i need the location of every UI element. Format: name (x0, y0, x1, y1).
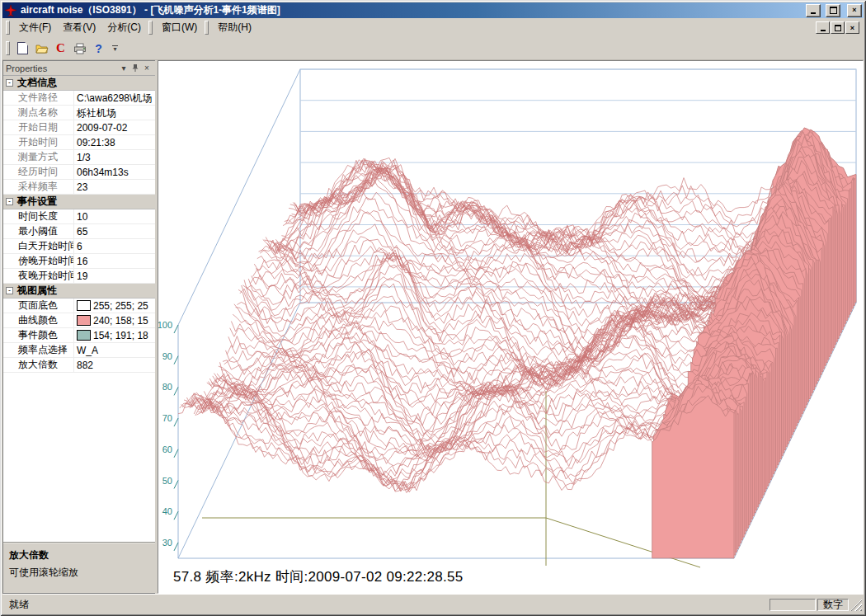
svg-text:100: 100 (158, 320, 172, 330)
new-document-button[interactable] (13, 40, 32, 58)
menu-grip[interactable] (6, 21, 10, 35)
menu-grip[interactable] (148, 21, 153, 35)
property-label: 测量方式 (3, 150, 74, 164)
property-row[interactable]: 测点名称栎社机场 (3, 106, 155, 120)
property-value-text: 1/3 (77, 151, 91, 164)
property-row[interactable]: 页面底色255; 255; 25 (3, 299, 155, 313)
child-minimize-button[interactable] (816, 21, 830, 34)
open-file-button[interactable] (32, 40, 51, 58)
property-description: 放大倍数 可使用滚轮缩放 (3, 542, 155, 593)
property-value[interactable]: 09:21:38 (74, 135, 155, 149)
property-value-text: 16 (77, 255, 87, 268)
print-button[interactable] (70, 40, 89, 58)
svg-text:30: 30 (162, 538, 172, 548)
property-row[interactable]: 白天开始时间6 (3, 239, 155, 254)
new-document-icon (17, 42, 28, 54)
property-row[interactable]: 曲线颜色240; 158; 15 (3, 313, 155, 328)
property-value[interactable]: 06h34m13s (74, 165, 155, 179)
restore-button[interactable] (826, 4, 840, 17)
category-row[interactable]: -文档信息 (3, 76, 155, 91)
spectrum-3d-chart[interactable]: 10090807060504030 (158, 61, 864, 594)
property-row[interactable]: 频率点选择W_A (3, 343, 155, 358)
minimize-button[interactable] (806, 4, 821, 17)
category-label: 视图属性 (17, 284, 57, 298)
property-row[interactable]: 经历时间06h34m13s (3, 165, 155, 180)
num-indicator: 数字 (823, 598, 843, 612)
restore-icon (830, 7, 837, 14)
toolbar-grip[interactable] (6, 41, 10, 55)
collapse-icon[interactable]: - (6, 287, 13, 294)
property-value[interactable]: 16 (74, 254, 155, 268)
panel-close-button[interactable]: × (141, 63, 153, 73)
category-row[interactable]: -视图属性 (3, 284, 155, 299)
property-row[interactable]: 开始日期2009-07-02 (3, 120, 155, 135)
property-value[interactable]: 6 (74, 239, 155, 253)
panel-pin-button[interactable] (129, 63, 141, 73)
menu-analyze[interactable]: 分析(C) (101, 18, 147, 37)
child-restore-button[interactable] (831, 21, 845, 34)
property-label: 开始日期 (3, 120, 74, 134)
menu-grip[interactable] (205, 21, 209, 35)
status-pane-num: 数字 (817, 599, 849, 611)
c-tool-icon: C (56, 41, 65, 55)
property-label: 经历时间 (3, 165, 74, 179)
property-value[interactable]: C:\awa6298\机场 (74, 91, 155, 105)
cursor-readout: 57.8 频率:2kHz 时间:2009-07-02 09:22:28.55 (173, 567, 464, 586)
status-pane-empty (770, 599, 816, 611)
property-label: 开始时间 (3, 135, 74, 149)
property-value[interactable]: 2009-07-02 (74, 120, 155, 134)
property-value-text: C:\awa6298\机场 (77, 92, 152, 105)
svg-text:60: 60 (162, 444, 172, 454)
property-row[interactable]: 最小阈值65 (3, 224, 155, 239)
menu-window[interactable]: 窗口(W) (156, 18, 203, 37)
spectrum-chart-area: 10090807060504030 57.8 频率:2kHz 时间:2009-0… (158, 60, 864, 594)
color-swatch (77, 300, 91, 311)
property-row[interactable]: 时间长度10 (3, 209, 155, 224)
property-row[interactable]: 文件路径C:\awa6298\机场 (3, 91, 155, 106)
property-label: 放大倍数 (3, 358, 74, 372)
property-row[interactable]: 测量方式1/3 (3, 150, 155, 165)
resize-grip[interactable] (850, 599, 862, 611)
menu-file[interactable]: 文件(F) (13, 18, 57, 37)
svg-text:40: 40 (162, 506, 172, 516)
property-row[interactable]: 夜晚开始时间19 (3, 269, 155, 284)
property-value-text: 154; 191; 18 (93, 329, 148, 342)
property-value[interactable]: 19 (74, 269, 155, 283)
printer-icon (73, 43, 87, 54)
panel-menu-button[interactable]: ▾ (118, 63, 129, 73)
property-value[interactable]: 23 (74, 180, 155, 194)
property-label: 时间长度 (3, 209, 74, 223)
property-value[interactable]: W_A (74, 343, 155, 357)
close-button[interactable]: × (847, 4, 862, 17)
category-row[interactable]: -事件设置 (3, 195, 155, 209)
property-value[interactable]: 10 (74, 209, 155, 223)
toolbar: C ? ▾ (2, 37, 864, 60)
help-button[interactable]: ? (89, 40, 108, 58)
property-value[interactable]: 154; 191; 18 (74, 328, 155, 342)
property-value[interactable]: 1/3 (74, 150, 155, 164)
property-row[interactable]: 傍晚开始时间16 (3, 254, 155, 269)
property-row[interactable]: 放大倍数882 (3, 358, 155, 373)
c-tool-button[interactable]: C (51, 40, 70, 58)
status-message: 就绪 (4, 598, 768, 612)
pin-icon (131, 63, 139, 73)
property-value[interactable]: 栎社机场 (74, 106, 155, 120)
collapse-icon[interactable]: - (6, 79, 13, 87)
toolbar-overflow-button[interactable]: ▾ (110, 40, 120, 58)
property-row[interactable]: 开始时间09:21:38 (3, 135, 155, 150)
property-value-text: 09:21:38 (77, 136, 115, 149)
property-row[interactable]: 采样频率23 (3, 180, 155, 195)
menu-help[interactable]: 帮助(H) (212, 18, 257, 37)
property-value-text: 10 (77, 210, 87, 223)
property-value-text: 19 (77, 270, 87, 283)
property-row[interactable]: 事件颜色154; 191; 18 (3, 328, 155, 343)
property-value[interactable]: 882 (74, 358, 155, 372)
menu-view[interactable]: 查看(V) (57, 18, 101, 37)
properties-panel-header[interactable]: Properties ▾ × (3, 61, 155, 76)
property-value[interactable]: 240; 158; 15 (74, 313, 155, 327)
property-value[interactable]: 255; 255; 25 (74, 299, 155, 313)
property-value[interactable]: 65 (74, 224, 155, 238)
collapse-icon[interactable]: - (6, 198, 13, 205)
main-content: Properties ▾ × -文档信息文件路径C:\awa6298\机场测点名… (2, 60, 864, 594)
child-close-button[interactable]: × (845, 21, 859, 34)
